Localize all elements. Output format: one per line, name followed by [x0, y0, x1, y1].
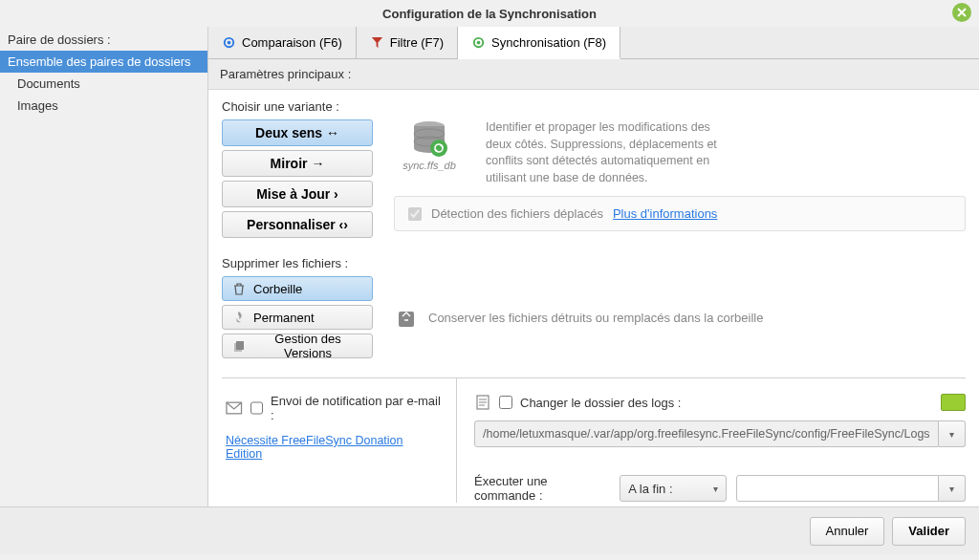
versions-icon [232, 339, 246, 353]
close-button[interactable] [952, 3, 971, 22]
email-row: Envoi de notification par e-mail : [226, 394, 443, 422]
logs-header-row: Changer le dossier des logs : [474, 394, 966, 411]
database-icon [406, 119, 452, 158]
recycle-bin-icon [394, 305, 419, 330]
ok-button[interactable]: Valider [892, 517, 966, 546]
delete-row: Corbeille Permanent Gestion des Versions [222, 276, 966, 358]
sidebar-header: Paire de dossiers : [0, 27, 207, 51]
svg-rect-9 [236, 341, 244, 350]
database-caption: sync.ffs_db [402, 160, 456, 171]
logs-path-input [474, 420, 939, 447]
settings-panel: Choisir une variante : Deux sens ↔ Miroi… [208, 90, 979, 506]
keep-description: Conserver les fichiers détruits ou rempl… [394, 305, 763, 330]
sidebar: Paire de dossiers : Ensemble des paires … [0, 27, 208, 506]
bottom-grid: Envoi de notification par e-mail : Néces… [222, 377, 966, 503]
variant-description: Identifier et propager les modifications… [486, 119, 725, 186]
email-donation-link[interactable]: Nécessite FreeFileSync Donation Edition [226, 434, 443, 461]
delete-section: Supprimer les fichiers : Corbeille Perma… [222, 256, 966, 358]
delete-versions-button[interactable]: Gestion des Versions [222, 334, 373, 358]
logs-change-label: Changer le dossier des logs : [520, 396, 681, 410]
trash-icon [232, 282, 246, 295]
logs-path-row: ▾ [474, 420, 966, 447]
log-file-icon [474, 394, 491, 411]
tab-bar: Comparaison (F6) Filtre (F7) Synchronisa… [208, 27, 979, 59]
sidebar-item-documents[interactable]: Documents [0, 73, 207, 95]
logs-column: Changer le dossier des logs : ▾ Éxecuter… [457, 378, 966, 503]
variant-update-button[interactable]: Mise à Jour › [222, 181, 373, 207]
svg-rect-10 [399, 312, 414, 327]
email-checkbox[interactable] [250, 401, 264, 415]
variant-button-group: Deux sens ↔ Miroir → Mise à Jour › Perso… [222, 119, 373, 238]
close-icon [956, 7, 968, 18]
email-label: Envoi de notification par e-mail : [271, 394, 443, 422]
tab-filter[interactable]: Filtre (F7) [357, 27, 458, 58]
delete-permanent-button[interactable]: Permanent [222, 305, 373, 330]
database-illustration: sync.ffs_db [396, 119, 463, 171]
dialog-footer: Annuler Valider [0, 506, 979, 554]
svg-point-3 [477, 40, 481, 44]
mail-icon [226, 401, 243, 415]
variant-custom-button[interactable]: Personnaliser ‹› [222, 211, 373, 238]
email-column: Envoi de notification par e-mail : Néces… [222, 378, 457, 503]
delete-recycle-button[interactable]: Corbeille [222, 276, 373, 301]
chevron-down-icon: ▾ [949, 484, 954, 494]
delete-label: Supprimer les fichiers : [222, 256, 966, 270]
main-split: Paire de dossiers : Ensemble des paires … [0, 27, 979, 506]
exec-row: Éxecuter une commande : A la fin : ▾ ▾ [474, 474, 966, 503]
titlebar: Configuration de la Synchronisation [0, 0, 979, 27]
detect-more-info-link[interactable]: Plus d'informations [613, 206, 717, 221]
delete-button-group: Corbeille Permanent Gestion des Versions [222, 276, 373, 358]
logs-color-swatch[interactable] [941, 394, 966, 411]
tab-comparison[interactable]: Comparaison (F6) [208, 27, 357, 58]
flame-icon [232, 311, 246, 324]
svg-point-7 [430, 140, 447, 157]
chevron-down-icon: ▾ [713, 484, 718, 494]
detect-moved-checkbox [408, 207, 422, 221]
exec-command-dropdown[interactable]: ▾ [939, 475, 966, 502]
svg-point-1 [228, 41, 231, 45]
window-title: Configuration de la Synchronisation [382, 7, 597, 21]
tab-synchronization[interactable]: Synchronisation (F8) [458, 27, 620, 59]
variant-two-way-button[interactable]: Deux sens ↔ [222, 119, 373, 146]
exec-label: Éxecuter une commande : [474, 474, 610, 503]
sidebar-item-all-pairs[interactable]: Ensemble des paires de dossiers [0, 51, 207, 73]
exec-when-select[interactable]: A la fin : ▾ [620, 475, 727, 502]
sidebar-item-images[interactable]: Images [0, 95, 207, 117]
exec-command-input[interactable] [736, 475, 939, 502]
sync-gear-icon [471, 35, 486, 50]
panel-subheader: Paramètres principaux : [208, 59, 979, 90]
logs-path-dropdown[interactable]: ▾ [939, 420, 966, 447]
variant-mirror-button[interactable]: Miroir → [222, 150, 373, 177]
chevron-down-icon: ▾ [949, 429, 954, 440]
content-area: Comparaison (F6) Filtre (F7) Synchronisa… [208, 27, 979, 506]
detect-moved-label: Détection des fichiers déplacés [431, 206, 603, 221]
cancel-button[interactable]: Annuler [810, 517, 885, 546]
logs-change-checkbox[interactable] [499, 396, 512, 409]
funnel-icon [370, 35, 384, 50]
variant-label: Choisir une variante : [222, 99, 966, 114]
gear-icon [222, 35, 236, 50]
detect-moved-box: Détection des fichiers déplacés Plus d'i… [394, 196, 966, 231]
